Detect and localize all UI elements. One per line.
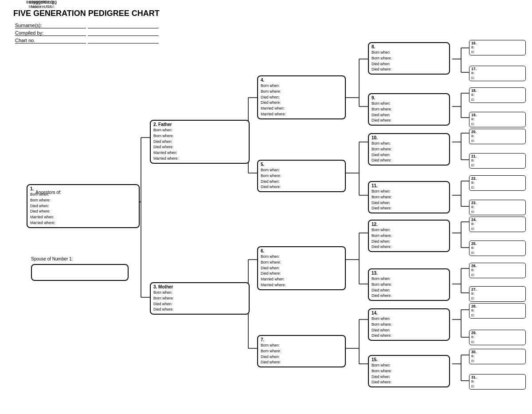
person-14: 14. Born when: Born where: Died when: Di… <box>368 308 450 341</box>
spouse-box <box>31 264 129 281</box>
person-4: 4. Born when: Born where: Died when: Die… <box>257 75 346 119</box>
person-15: 15. Born when: Born where: Died when: Di… <box>368 355 450 387</box>
person-18: 18. B:D: <box>469 87 526 103</box>
website-text: easygenie.org <box>13 0 72 4</box>
header-info: FIVE GENERATION PEDIGREE CHART Surname(s… <box>13 9 160 45</box>
chartno-label: Chart no. <box>15 38 86 43</box>
person-13: 13. Born when: Born where: Died when: Di… <box>368 268 450 301</box>
ancestors-label: Ancestors of: <box>35 190 61 195</box>
person-4-num: 4. <box>261 78 342 83</box>
person-8-num: 8. <box>372 44 446 49</box>
person-9-num: 9. <box>372 95 446 100</box>
person-4-fields: Born when: Born where: Died when: Died w… <box>261 83 342 117</box>
person-3-fields: Born when: Born where: Died when: Died w… <box>153 290 246 312</box>
person-2-num: 2. Father <box>153 122 246 127</box>
chartno-blank <box>88 38 159 43</box>
person-31: 31. B:D: <box>469 374 526 390</box>
surname-label: Surname(s): <box>15 23 86 28</box>
person-22: 22. B:D: <box>469 175 526 191</box>
person-8: 8. Born when: Born where: Died when: Die… <box>368 42 450 75</box>
person-5: 5. Born when: Born where: Died when: Die… <box>257 160 346 192</box>
page: FIVE GENERATION PEDIGREE CHART Surname(s… <box>0 0 532 18</box>
made-in-text: Made in USA <box>13 4 72 9</box>
person-15-fields: Born when: Born where: Died when: Died w… <box>372 363 446 385</box>
person-15-num: 15. <box>372 357 446 362</box>
person-19: 19. B:D: <box>469 112 526 127</box>
person-6-num: 6. <box>261 248 342 253</box>
person-11-fields: Born when: Born where: Died when: Died w… <box>372 189 446 211</box>
person-5-fields: Born when: Born where: Died when: Died w… <box>261 167 342 190</box>
compiled-blank <box>88 30 159 36</box>
person-28: 28. B:D: <box>469 303 526 319</box>
person-23: 23. B:D: <box>469 200 526 215</box>
person-10: 10. Born when: Born where: Died when: Di… <box>368 133 450 166</box>
person-10-fields: Born when: Born where: Died when: Died w… <box>372 141 446 163</box>
person-2-fields: Born when: Born where: Died when: Died w… <box>153 127 246 162</box>
person-12-num: 12. <box>372 222 446 227</box>
chartno-line: Chart no. <box>13 38 160 43</box>
person-21: 21. B:D: <box>469 153 526 169</box>
person-11-num: 11. <box>372 183 446 188</box>
person-1-fields: Born when: Born where: Died when: Died w… <box>30 192 136 226</box>
person-3-num: 3. Mother <box>153 284 246 289</box>
person-29: 29. B:D: <box>469 330 526 345</box>
person-13-fields: Born when: Born where: Died when: Died w… <box>372 276 446 299</box>
person-13-num: 13. <box>372 271 446 276</box>
footer-block: EasyGenie® easygenie.org Made in USA <box>13 0 72 9</box>
person-7-num: 7. <box>261 337 342 342</box>
person-2: 2. Father Born when: Born where: Died wh… <box>150 120 250 164</box>
person-30: 30. B:D: <box>469 349 526 364</box>
surname-line: Surname(s): <box>13 23 160 28</box>
person-25: 25. B:D: <box>469 241 526 256</box>
person-11: 11. Born when: Born where: Died when: Di… <box>368 181 450 213</box>
person-3: 3. Mother Born when: Born where: Died wh… <box>150 282 250 315</box>
person-7-fields: Born when: Born where: Died when: Died w… <box>261 343 342 365</box>
page-title: FIVE GENERATION PEDIGREE CHART <box>13 9 160 18</box>
person-6-fields: Born when: Born where: Died when: Died w… <box>261 254 342 288</box>
person-6: 6. Born when: Born where: Died when: Die… <box>257 246 346 290</box>
person-24: 24. B:D: <box>469 217 526 232</box>
person-17: 17. B:D: <box>469 66 526 81</box>
surname-blank <box>88 23 159 28</box>
person-12-fields: Born when: Born where: Died when: Died w… <box>372 227 446 250</box>
person-5-num: 5. <box>261 162 342 167</box>
person-14-num: 14. <box>372 311 446 315</box>
person-8-fields: Born when: Born where: Died when: Died w… <box>372 50 446 72</box>
person-20: 20. B:D: <box>469 129 526 144</box>
spouse-label: Spouse of Number 1: <box>31 256 73 261</box>
person-7: 7. Born when: Born where: Died when: Die… <box>257 335 346 367</box>
person-27: 27. B:D: <box>469 286 526 302</box>
person-10-num: 10. <box>372 135 446 140</box>
person-16: 16. B:D: <box>469 40 526 55</box>
person-12: 12. Born when: Born where: Died when: Di… <box>368 220 450 252</box>
compiled-label: Compiled by: <box>15 30 86 36</box>
person-14-fields: Born when: Born where: Died when: Died w… <box>372 316 446 339</box>
compiled-line: Compiled by: <box>13 30 160 36</box>
person-26: 26. B:D: <box>469 263 526 278</box>
person-9: 9. Born when: Born where: Died when: Die… <box>368 93 450 126</box>
person-9-fields: Born when: Born where: Died when: Died w… <box>372 101 446 123</box>
